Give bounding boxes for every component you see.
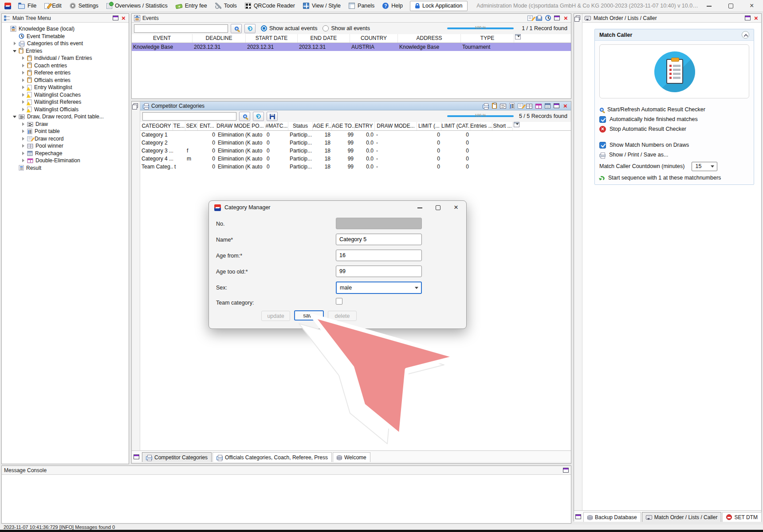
column-picker-icon[interactable] xyxy=(514,122,519,127)
column-header-event[interactable]: EVENT xyxy=(132,34,193,43)
column-header-end-date[interactable]: END DATE xyxy=(298,34,350,43)
age-too-old-field[interactable] xyxy=(336,266,422,277)
column-header-entries[interactable]: Entries ... xyxy=(470,122,492,130)
close-panel-icon[interactable] xyxy=(121,15,126,21)
tree-item-individual-team-entries[interactable]: Individual / Team Entries xyxy=(2,55,129,62)
events-search-input[interactable] xyxy=(134,24,228,33)
categories-search-button[interactable] xyxy=(239,112,250,121)
draw-tool-icon[interactable] xyxy=(500,104,506,109)
expander-collapsed-icon[interactable] xyxy=(21,137,26,141)
save-button[interactable]: save xyxy=(294,310,324,321)
dialog-maximize-button[interactable] xyxy=(429,201,447,214)
category-row-1[interactable]: Category 20Elimination (K...auto0Partici… xyxy=(140,139,571,147)
pool-winner-tool-icon[interactable] xyxy=(526,104,532,109)
categories-search-input[interactable] xyxy=(142,112,236,121)
window-close-button[interactable] xyxy=(749,3,755,9)
repechage-tool-icon[interactable] xyxy=(545,103,551,109)
menu-item-edit[interactable]: Edit xyxy=(44,3,62,9)
column-header-country[interactable]: COUNTRY xyxy=(350,34,398,43)
menu-item-file[interactable]: File xyxy=(18,3,36,9)
expander-expanded-icon[interactable] xyxy=(13,49,17,53)
dialog-minimize-button[interactable] xyxy=(411,201,429,214)
name-field[interactable] xyxy=(336,234,422,245)
tab-welcome[interactable]: Welcome xyxy=(333,452,370,462)
column-header-matc[interactable]: #MATC... xyxy=(265,122,288,130)
tree-item-waitinglist-officials[interactable]: Waitinglist Officials xyxy=(2,106,129,113)
column-header-entry-f[interactable]: ENTRY F... xyxy=(355,122,375,130)
close-panel-icon[interactable] xyxy=(753,15,759,21)
column-header-ent[interactable]: ENT... xyxy=(198,122,216,130)
column-header-age-f[interactable]: AGE F... xyxy=(313,122,332,130)
start-refresh-result-checker[interactable]: Start/Refresh Automatic Result Checker xyxy=(599,106,750,113)
lock-application-button[interactable]: Lock Application xyxy=(410,1,468,11)
expander-collapsed-icon[interactable] xyxy=(21,107,26,112)
maximize-panel-icon[interactable] xyxy=(575,514,581,519)
category-row-2[interactable]: Category 3 ...f0Elimination (K...auto0Pa… xyxy=(140,147,571,155)
expander-collapsed-icon[interactable] xyxy=(13,41,17,46)
menu-item-help[interactable]: Help xyxy=(382,3,403,9)
column-header-deadline[interactable]: DEADLINE xyxy=(193,34,246,43)
column-header-status[interactable]: Status xyxy=(288,122,313,130)
tree-item-draw[interactable]: Draw xyxy=(2,121,129,128)
window-maximize-button[interactable] xyxy=(728,3,734,9)
events-search-button[interactable] xyxy=(231,24,242,33)
stack-panel-icon[interactable] xyxy=(576,16,580,20)
expander-collapsed-icon[interactable] xyxy=(21,144,26,148)
expander-collapsed-icon[interactable] xyxy=(21,158,26,163)
maximize-panel-icon[interactable] xyxy=(745,16,751,20)
hide-finished-matches-checkbox[interactable]: Automatically hide finished matches xyxy=(599,115,750,123)
stack-panel-icon[interactable] xyxy=(134,103,138,108)
column-picker-icon[interactable] xyxy=(515,34,521,39)
maximize-panel-icon[interactable] xyxy=(563,468,569,473)
double-elimination-tool-icon[interactable] xyxy=(535,104,542,109)
dialog-close-button[interactable] xyxy=(447,201,466,214)
tree-item-referee-entries[interactable]: Referee entries xyxy=(2,69,129,77)
column-header-limit-cat[interactable]: LIMIT (CAT... xyxy=(441,122,470,130)
tree-item-draw-record[interactable]: Draw record xyxy=(2,135,129,143)
category-row-0[interactable]: Category 10Elimination (K...auto0Partici… xyxy=(140,131,571,139)
menu-item-settings[interactable]: Settings xyxy=(70,3,98,9)
column-header-start-date[interactable]: START DATE xyxy=(246,34,298,43)
category-row-3[interactable]: Category 4 ...m0Elimination (K...auto0Pa… xyxy=(140,155,571,163)
tab-officials-categories[interactable]: Officials Categories, Coach, Referee, Pr… xyxy=(212,452,332,462)
expander-collapsed-icon[interactable] xyxy=(21,129,26,133)
events-refresh-button[interactable] xyxy=(244,24,256,33)
menu-item-view-style[interactable]: View / Style xyxy=(303,3,341,9)
close-panel-icon[interactable] xyxy=(562,103,568,109)
update-button[interactable]: update xyxy=(261,311,290,321)
menu-item-tools[interactable]: Tools xyxy=(215,3,237,9)
column-header-type[interactable]: TYPE xyxy=(461,34,514,43)
point-table-tool-icon[interactable] xyxy=(509,103,515,109)
draw-record-tool-icon[interactable] xyxy=(518,103,523,109)
tree-item-categories-of-this-event[interactable]: Categories of this event xyxy=(2,40,129,47)
close-panel-icon[interactable] xyxy=(563,15,569,21)
expander-collapsed-icon[interactable] xyxy=(21,100,26,104)
age-from-field[interactable] xyxy=(336,250,422,261)
expander-collapsed-icon[interactable] xyxy=(21,56,26,60)
tab-set-dtm[interactable]: SET DTM xyxy=(722,512,761,522)
delete-button[interactable]: delete xyxy=(328,311,357,321)
column-header-draw-mode[interactable]: DRAW MODE... xyxy=(375,122,417,130)
expander-collapsed-icon[interactable] xyxy=(21,93,26,97)
tab-match-order-lists-caller[interactable]: Match Order / Lists / Caller xyxy=(642,512,722,522)
expander-collapsed-icon[interactable] xyxy=(21,63,26,68)
tree-item-waitinglist-referees[interactable]: Waitinglist Referees xyxy=(2,98,129,106)
expander-expanded-icon[interactable] xyxy=(13,114,17,119)
tree-item-result[interactable]: Result xyxy=(2,164,129,172)
tree-item-waitinglist-coaches[interactable]: Waitinglist Coaches xyxy=(2,91,129,99)
column-header-draw-mode[interactable]: DRAW MODE xyxy=(216,122,251,130)
column-header-te[interactable]: TE... xyxy=(173,122,185,130)
show-match-numbers-checkbox[interactable]: Show Match Numbers on Draws xyxy=(599,141,750,149)
countdown-select[interactable]: 15 xyxy=(692,162,717,171)
menu-item-overviews-statistics[interactable]: Overviews / Statistics xyxy=(106,3,168,9)
tree-item-entry-waitinglist[interactable]: Entry Waitinglist xyxy=(2,84,129,91)
stop-result-checker[interactable]: Stop Automatic Result Checker xyxy=(599,125,750,133)
column-header-address[interactable]: ADDRESS xyxy=(398,34,461,43)
column-header-short[interactable]: Short ... xyxy=(492,122,513,130)
edit-event-icon[interactable] xyxy=(527,16,533,21)
tree-item-entries[interactable]: Entries xyxy=(2,47,129,55)
show-print-save[interactable]: Show / Print / Save as... xyxy=(599,151,750,159)
collapse-group-icon[interactable] xyxy=(742,31,749,39)
expander-collapsed-icon[interactable] xyxy=(21,122,26,126)
expander-collapsed-icon[interactable] xyxy=(21,85,26,90)
